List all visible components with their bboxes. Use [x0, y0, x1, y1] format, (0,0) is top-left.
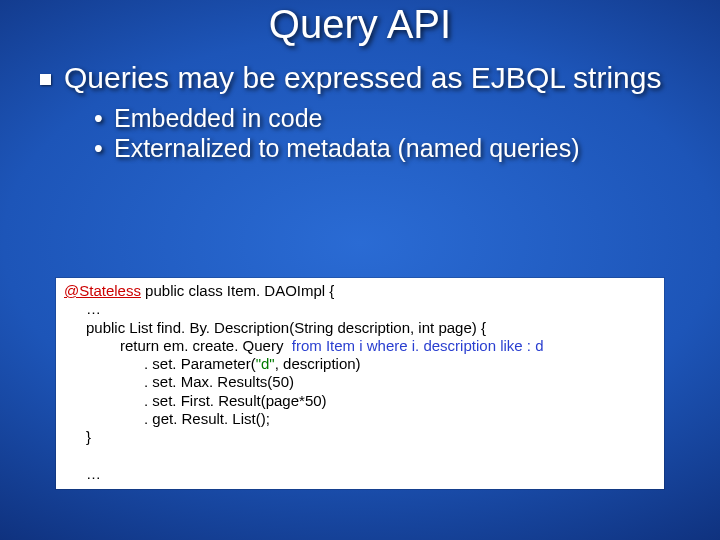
code-line: @Stateless public class Item. DAOImpl {	[64, 282, 656, 300]
code-line: public List find. By. Description(String…	[64, 319, 656, 337]
slide: Query API Queries may be expressed as EJ…	[0, 0, 720, 540]
code-text: , description)	[275, 355, 361, 372]
code-line: . set. Parameter("d", description)	[64, 355, 656, 373]
code-line: . set. First. Result(page*50)	[64, 392, 656, 410]
code-string: "d"	[256, 355, 275, 372]
code-line: }	[64, 428, 656, 446]
code-line: . get. Result. List();	[64, 410, 656, 428]
bullet-lvl1: Queries may be expressed as EJBQL string…	[30, 61, 690, 96]
code-annotation: @Stateless	[64, 282, 141, 299]
code-text: return em. create. Query	[120, 337, 283, 354]
code-text: public class Item. DAOImpl {	[141, 282, 334, 299]
code-box: @Stateless public class Item. DAOImpl { …	[56, 278, 664, 489]
code-line: return em. create. Query from Item i whe…	[64, 337, 656, 355]
code-line: …	[64, 300, 656, 318]
code-query: from Item i where i. description like : …	[283, 337, 543, 354]
bullet-lvl2: Embedded in code	[94, 104, 690, 133]
code-line	[64, 447, 656, 465]
bullet-lvl2: Externalized to metadata (named queries)	[94, 134, 690, 163]
code-line: …	[64, 465, 656, 483]
slide-title: Query API	[0, 2, 720, 47]
slide-body: Queries may be expressed as EJBQL string…	[0, 47, 720, 163]
code-line: . set. Max. Results(50)	[64, 373, 656, 391]
code-text: . set. Parameter(	[144, 355, 256, 372]
